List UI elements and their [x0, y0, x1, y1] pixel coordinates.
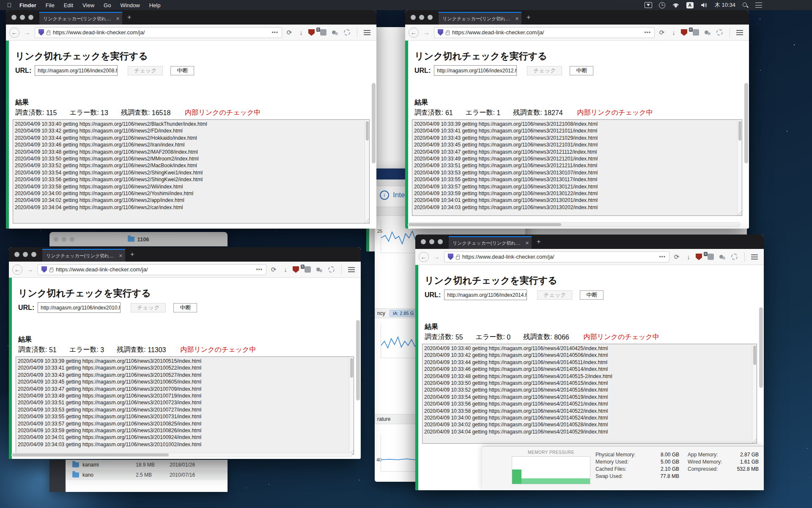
ublock-extension-icon[interactable]: 5	[308, 29, 318, 36]
close-button[interactable]	[14, 252, 19, 257]
reload-icon[interactable]: ⟳	[285, 29, 294, 36]
browser-tab[interactable]: リンクチェッカー(リンク切れチェックツー ✕	[439, 12, 521, 25]
finder-row-kano[interactable]: kano 2.5 MB 2010/07/16	[66, 470, 228, 480]
finder-row-kanami[interactable]: kanami 18.9 MB 2018/01/26	[66, 460, 228, 470]
url-input-field[interactable]: http://nagasm.org/1106/index2008.html	[35, 65, 118, 76]
url-text[interactable]: https://www.dead-link-checker.com/ja/	[53, 29, 269, 36]
url-text[interactable]: https://www.dead-link-checker.com/ja/	[452, 29, 642, 36]
menu-hamburger-icon[interactable]	[348, 267, 355, 272]
spotlight-search-icon[interactable]	[742, 2, 749, 8]
log-textarea[interactable]: 2020/04/09 10:33:40 getting https://naga…	[422, 344, 757, 444]
check-button[interactable]: チェック	[131, 303, 166, 312]
firefox-window-1[interactable]: リンクチェッカー(リンク切れチェックツー ✕ + ← → https://www…	[6, 10, 376, 229]
close-button[interactable]	[421, 239, 426, 244]
log-scrollbar[interactable]	[752, 344, 757, 443]
forward-button[interactable]: →	[22, 28, 32, 38]
address-bar[interactable]: https://www.dead-link-checker.com/ja/ ••…	[434, 27, 655, 38]
extension-box-icon[interactable]	[693, 29, 702, 36]
finder-window-titlebar[interactable]: 1106	[49, 232, 228, 246]
forward-button[interactable]: →	[431, 252, 442, 262]
close-button[interactable]	[11, 15, 16, 20]
minimize-button[interactable]	[23, 252, 28, 257]
tab-close-icon[interactable]: ✕	[113, 16, 120, 22]
tab-close-icon[interactable]: ✕	[116, 253, 123, 259]
apple-menu-icon[interactable]: 	[4, 2, 14, 8]
window-titlebar[interactable]: リンクチェッカー(リンク切れチェックツー ✕ +	[405, 10, 749, 25]
close-button[interactable]	[411, 15, 416, 20]
ublock-extension-icon[interactable]: 4	[696, 254, 705, 260]
volume-icon[interactable]	[700, 2, 708, 8]
check-button[interactable]: チェック	[128, 66, 163, 75]
check-button[interactable]: チェック	[527, 66, 562, 75]
page-actions-icon[interactable]: •••	[659, 254, 666, 260]
forward-button[interactable]: →	[25, 265, 35, 275]
zoom-button[interactable]	[28, 15, 33, 20]
zoom-button[interactable]	[438, 239, 443, 244]
browser-tab[interactable]: リンクチェッカー(リンク切れチェックツー ✕	[42, 249, 125, 262]
page-horizontal-scrollbar[interactable]	[408, 222, 741, 227]
extension-box-icon[interactable]	[708, 254, 717, 260]
new-tab-button[interactable]: +	[125, 247, 139, 262]
extension-wheel-icon[interactable]	[731, 254, 741, 260]
url-input-field[interactable]: http://nagasm.org/1106/index2012.html	[434, 65, 517, 76]
extension-spheres-icon[interactable]	[705, 30, 714, 36]
new-tab-button[interactable]: +	[532, 235, 546, 249]
log-textarea[interactable]: 2020/04/09 10:33:39 getting https://naga…	[16, 356, 354, 455]
log-scrollbar[interactable]	[737, 120, 742, 215]
minimize-button[interactable]	[419, 15, 424, 20]
back-button[interactable]: ←	[12, 265, 22, 275]
menu-edit[interactable]: Edit	[60, 1, 77, 10]
airplay-display-icon[interactable]	[645, 2, 652, 8]
input-source-icon[interactable]: A	[686, 2, 694, 8]
abort-button[interactable]: 中断	[170, 66, 194, 75]
page-vertical-scrollbar[interactable]	[356, 320, 360, 400]
tab-close-icon[interactable]: ✕	[513, 16, 519, 22]
download-icon[interactable]: ↓	[669, 29, 678, 36]
zoom-button[interactable]	[31, 252, 36, 257]
menu-file[interactable]: File	[41, 1, 59, 10]
window-titlebar[interactable]: リンクチェッカー(リンク切れチェックツー ✕ +	[9, 247, 361, 262]
minimize-button[interactable]	[429, 239, 434, 244]
menu-window[interactable]: Window	[116, 1, 144, 10]
extension-wheel-icon[interactable]	[716, 29, 726, 36]
page-horizontal-scrollbar[interactable]	[11, 453, 352, 457]
tracking-protection-shield-icon[interactable]	[448, 254, 453, 260]
browser-tab[interactable]: リンクチェッカー(リンク切れチェックツー ✕	[39, 12, 122, 25]
extension-box-icon[interactable]	[304, 266, 314, 273]
address-bar[interactable]: https://www.dead-link-checker.com/ja/ ••…	[38, 264, 266, 275]
tracking-protection-shield-icon[interactable]	[38, 29, 44, 36]
page-actions-icon[interactable]: •••	[256, 267, 263, 273]
log-scrollbar[interactable]	[349, 357, 354, 454]
extension-wheel-icon[interactable]	[344, 29, 353, 36]
url-text[interactable]: https://www.dead-link-checker.com/ja/	[56, 266, 253, 273]
address-bar[interactable]: https://www.dead-link-checker.com/ja/ ••…	[444, 251, 669, 262]
download-icon[interactable]: ↓	[296, 29, 306, 36]
page-vertical-scrollbar[interactable]	[759, 307, 763, 388]
zoom-button[interactable]	[428, 15, 433, 20]
download-icon[interactable]: ↓	[684, 253, 693, 260]
abort-button[interactable]: 中断	[570, 66, 593, 75]
forward-button[interactable]: →	[421, 28, 431, 38]
window-titlebar[interactable]: リンクチェッカー(リンク切れチェックツー ✕ +	[6, 10, 376, 25]
extension-box-icon[interactable]	[320, 29, 329, 36]
menu-view[interactable]: View	[78, 1, 99, 10]
menu-finder[interactable]: Finder	[15, 1, 41, 10]
menu-clock[interactable]: 木 10:34	[715, 1, 735, 9]
extension-wheel-icon[interactable]	[328, 266, 337, 273]
reload-icon[interactable]: ⟳	[269, 266, 278, 273]
log-textarea[interactable]: 2020/04/09 10:33:40 getting https://naga…	[13, 119, 370, 224]
minimize-button[interactable]	[20, 15, 25, 20]
wifi-icon[interactable]	[672, 3, 680, 8]
menu-go[interactable]: Go	[99, 1, 115, 10]
page-vertical-scrollbar[interactable]	[372, 83, 376, 163]
tracking-protection-shield-icon[interactable]	[41, 266, 47, 273]
back-button[interactable]: ←	[409, 28, 419, 38]
url-input-field[interactable]: http://nagasm.org/1106/index2014.html	[444, 290, 527, 300]
abort-button[interactable]: 中断	[173, 303, 197, 312]
reload-icon[interactable]: ⟳	[672, 253, 681, 261]
ublock-extension-icon[interactable]: 4	[681, 29, 690, 36]
back-button[interactable]: ←	[419, 252, 429, 262]
tab-close-icon[interactable]: ✕	[523, 240, 529, 246]
window-titlebar[interactable]: リンクチェッカー(リンク切れチェックツー ✕ +	[415, 235, 764, 249]
ublock-extension-icon[interactable]: 5	[293, 266, 302, 273]
